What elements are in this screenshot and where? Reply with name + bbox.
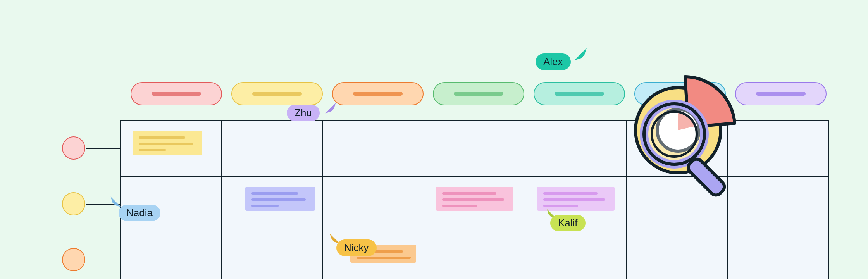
- cursor-arrow-icon: [109, 195, 122, 208]
- grid-cell[interactable]: [222, 177, 323, 232]
- card-text-line: [139, 149, 166, 151]
- card-text-line: [139, 136, 185, 139]
- row-marker-2: [62, 192, 85, 215]
- grid-cell[interactable]: [121, 232, 222, 279]
- grid-cell[interactable]: [222, 121, 323, 177]
- grid-cell[interactable]: [121, 121, 222, 177]
- row-marker-1: [62, 136, 85, 160]
- card-text-line: [543, 192, 598, 195]
- grid-cell[interactable]: [525, 121, 627, 177]
- cursor-arrow-icon: [573, 46, 588, 62]
- column-header-stripe: [555, 92, 604, 96]
- column-header-2: [231, 82, 323, 105]
- content-card[interactable]: [133, 131, 202, 155]
- user-cursor-label: Zhu: [287, 105, 320, 121]
- column-header-stripe: [252, 92, 302, 96]
- user-cursor-label: Kalif: [550, 215, 586, 231]
- user-cursor-label: Nicky: [336, 239, 377, 256]
- grid-cell[interactable]: [222, 232, 323, 279]
- column-header-4: [433, 82, 524, 105]
- grid-cell[interactable]: [424, 232, 525, 279]
- user-cursor-label: Alex: [536, 53, 571, 70]
- column-header-1: [131, 82, 222, 105]
- column-header-stripe: [454, 92, 503, 96]
- grid-cell[interactable]: [424, 177, 525, 232]
- card-text-line: [442, 205, 477, 207]
- column-header-3: [332, 82, 424, 105]
- column-header-5: [534, 82, 625, 105]
- row-connector: [86, 260, 120, 260]
- grid-cell[interactable]: [323, 177, 424, 232]
- grid-cell[interactable]: [728, 232, 829, 279]
- column-header-stripe: [152, 92, 201, 96]
- card-text-line: [251, 192, 298, 195]
- grid-cell[interactable]: [627, 232, 728, 279]
- card-text-line: [543, 198, 605, 201]
- row-connector: [86, 148, 120, 149]
- grid-cell[interactable]: [323, 121, 424, 177]
- grid-cell[interactable]: [525, 232, 627, 279]
- row-marker-3: [62, 248, 85, 271]
- card-text-line: [442, 192, 496, 195]
- card-text-line: [251, 198, 306, 201]
- column-header-stripe: [756, 92, 806, 96]
- cursor-arrow-icon: [324, 102, 337, 115]
- card-text-line: [139, 143, 193, 145]
- pie-chart-magnifier-icon: [620, 72, 752, 204]
- analytics-illustration: [620, 72, 748, 200]
- content-card[interactable]: [245, 187, 315, 211]
- content-card[interactable]: [436, 187, 513, 211]
- column-header-stripe: [353, 92, 403, 96]
- card-text-line: [442, 198, 504, 201]
- content-card[interactable]: [537, 187, 615, 211]
- card-text-line: [543, 205, 578, 207]
- card-text-line: [356, 257, 411, 259]
- illustration-canvas: Alex Zhu Nadia Kalif Nicky: [0, 0, 868, 279]
- grid-cell[interactable]: [424, 121, 525, 177]
- user-cursor-label: Nadia: [119, 205, 160, 221]
- card-text-line: [251, 205, 279, 207]
